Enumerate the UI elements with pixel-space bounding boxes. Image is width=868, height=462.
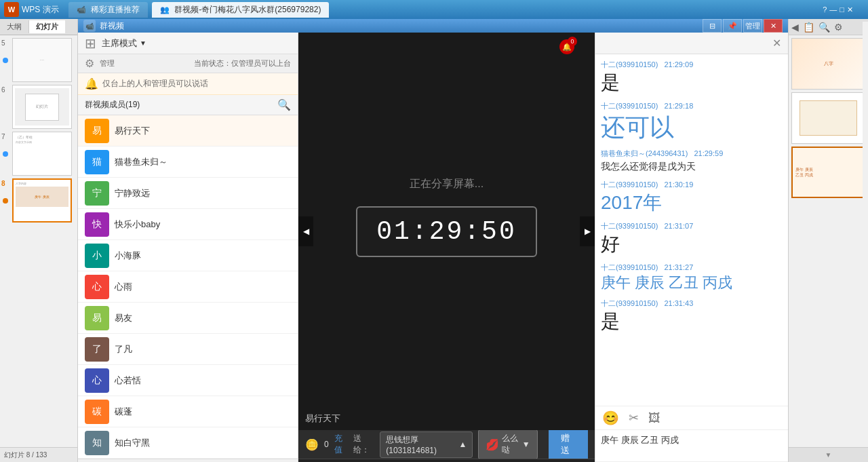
chat-msg-7-header: 十二(939910150) 21:31:43 <box>601 299 783 309</box>
chat-close-icon[interactable]: ✕ <box>772 37 781 50</box>
member-item-11[interactable]: 知 知白守黑 <box>78 427 298 459</box>
chat-panel: ✕ 十二(939910150) 21:29:09 是 <box>595 33 788 462</box>
chat-msg-7: 十二(939910150) 21:31:43 是 <box>601 299 783 333</box>
member-avatar-5: 小 <box>85 244 109 268</box>
right-slide-1-content: 八字 <box>792 39 865 89</box>
slide-thumb-6[interactable]: 幻灯片 <box>12 85 72 129</box>
chat-msg-1-header: 十二(939910150) 21:29:09 <box>601 60 783 70</box>
slide-list: 5 ··· 6 幻灯片 <box>0 35 77 447</box>
close-btn-top[interactable]: ✕ <box>847 5 853 14</box>
wps-app-name: WPS 演示 <box>22 4 59 16</box>
member-item-3[interactable]: 宁 宁静致远 <box>78 178 298 209</box>
slide-thumb-5[interactable]: ··· <box>12 38 72 82</box>
tab-stream-2[interactable]: 👥 群视频-奇门梅花八字风水群(256979282) <box>152 2 329 18</box>
mode-label: 主席模式 <box>102 37 137 50</box>
member-name-7: 易友 <box>115 312 132 324</box>
stream-bottom-bar: 👤 🎤 ⏮ 自由说话 播放伴奏 ▼ 📺 下台 ▼ <box>298 459 595 462</box>
video-container: 正在分享屏幕... 01:29:50 ◀ ▶ 🔔 0 易行天下 <box>298 33 595 430</box>
right-slide-3-content: 庚午 庚辰乙丑 丙戌 <box>793 148 864 197</box>
stream-app-icon: 📹 <box>83 20 96 32</box>
right-slide-3-text: 庚午 庚辰乙丑 丙戌 <box>795 167 861 178</box>
chat-input-text[interactable]: 庚午 庚辰 乙丑 丙戌 <box>601 434 783 446</box>
stream-win-menu[interactable]: ⊟ <box>703 19 722 33</box>
slide-thumb-7[interactable]: （乙）年柱 内容文字示例 <box>12 132 72 176</box>
status-text: 当前状态：仅管理员可以上台 <box>194 58 291 69</box>
member-item-9[interactable]: 心 心若恬 <box>78 365 298 396</box>
wps-status-bar: 幻灯片 8 / 133 <box>0 447 77 462</box>
grid-icon: ⊞ <box>85 35 96 52</box>
chat-scrollbar[interactable] <box>863 22 868 374</box>
mode-selector[interactable]: 主席模式 ▼ <box>102 37 146 50</box>
member-avatar-11: 知 <box>85 431 109 455</box>
chat-msg-4-user: 十二(939910150) <box>601 180 658 189</box>
recharge-btn[interactable]: 充值 <box>334 433 349 456</box>
stream-titlebar-text: 群视频 <box>100 20 703 32</box>
chat-msg-7-user: 十二(939910150) <box>601 299 658 307</box>
gift-btn[interactable]: 💋 么么哒 ▼ <box>478 429 537 459</box>
search-icon[interactable]: 🔍 <box>277 98 291 111</box>
chat-msg-7-body: 是 <box>601 310 783 333</box>
slide-dot-7 <box>3 151 8 157</box>
minus-btn[interactable]: — <box>829 5 837 14</box>
member-item-4[interactable]: 快 快乐小baby <box>78 209 298 240</box>
slide-item-5: 5 ··· <box>12 38 75 82</box>
member-avatar-3: 宁 <box>85 181 109 206</box>
title-bar: W WPS 演示 📹 稀彩直播推荐 👥 群视频-奇门梅花八字风水群(256979… <box>0 0 868 19</box>
stream-titlebar: 📹 群视频 ⊟ 📌 管理 ✕ <box>78 19 788 33</box>
gear-icon[interactable]: ⚙ <box>85 57 94 70</box>
stream-win-close[interactable]: ✕ <box>764 19 783 33</box>
presenter-name: 易行天下 <box>305 412 340 425</box>
members-header: 群视频成员(19) 🔍 <box>78 95 298 115</box>
member-item-6[interactable]: 心 心雨 <box>78 271 298 303</box>
recipient-selector[interactable]: 思钱想厚(1031814681) ▲ <box>380 431 473 458</box>
right-slide-2[interactable] <box>791 92 865 144</box>
chat-input-area[interactable]: 庚午 庚辰 乙丑 丙戌 <box>595 430 788 461</box>
maximize-btn[interactable]: □ <box>840 5 844 14</box>
chat-msg-3-body: 我怎么还觉得是戊为天 <box>601 160 783 174</box>
coin-amount: 0 <box>324 440 329 449</box>
rt-search-icon[interactable]: 🔍 <box>818 22 830 33</box>
scissors-btn[interactable]: ✂ <box>629 410 639 425</box>
right-slide-1[interactable]: 八字 <box>791 38 865 90</box>
nav-arrow-right[interactable]: ▶ <box>580 216 595 246</box>
member-item-2[interactable]: 猫 猫巷鱼未归～ <box>78 147 298 178</box>
right-panel: ◀ 📋 🔍 ⚙ 八字 庚午 <box>788 19 868 462</box>
member-item-5[interactable]: 小 小海豚 <box>78 240 298 271</box>
chat-header: ✕ <box>595 33 788 54</box>
slide-item-7: 7 （乙）年柱 内容文字示例 <box>12 132 75 176</box>
stream-sidebar: ⊞ 主席模式 ▼ ⚙ 管理 当前状态：仅管理员可以上台 <box>78 33 298 462</box>
tab-stream-1[interactable]: 📹 稀彩直播推荐 <box>68 2 148 18</box>
emoji-btn[interactable]: 😊 <box>602 410 619 426</box>
wps-logo: W <box>4 2 19 17</box>
slide-count: 幻灯片 8 / 133 <box>4 450 47 460</box>
image-btn[interactable]: 🖼 <box>648 411 660 425</box>
stream-win-manage[interactable]: 管理 <box>743 19 762 33</box>
member-name-3: 宁静致远 <box>115 187 150 199</box>
wps-tabs: 大纲 幻灯片 <box>0 19 77 35</box>
member-item-8[interactable]: 了 了凡 <box>78 334 298 365</box>
member-item-10[interactable]: 碳 碳蓬 <box>78 396 298 427</box>
rt-arrow-icon[interactable]: ◀ <box>791 22 799 33</box>
chat-msg-2-body: 还可以 <box>601 113 783 142</box>
right-panel-scroll: ▼ <box>825 451 832 459</box>
nav-arrow-left[interactable]: ◀ <box>298 216 313 246</box>
stream-win-pin[interactable]: 📌 <box>723 19 742 33</box>
slide-thumb-8-active[interactable]: 八字内容 庚午 庚辰 <box>12 178 72 223</box>
slide-dot-8 <box>3 198 8 204</box>
send-label: 送给： <box>353 433 374 456</box>
notification-badge: 🔔 0 <box>559 39 574 54</box>
wps-slides-tab[interactable]: 幻灯片 <box>29 20 65 33</box>
rt-copy-icon[interactable]: 📋 <box>803 22 814 33</box>
right-slide-3-active[interactable]: 庚午 庚辰乙丑 丙戌 <box>791 147 865 198</box>
wps-outline-tab[interactable]: 大纲 <box>0 20 29 33</box>
member-item-7[interactable]: 易 易友 <box>78 303 298 334</box>
rt-settings-icon[interactable]: ⚙ <box>834 22 843 33</box>
donate-btn[interactable]: 赠送 <box>549 428 588 461</box>
help-btn[interactable]: ? <box>823 5 827 14</box>
member-item-1[interactable]: 易 易行天下 <box>78 115 298 147</box>
wps-app-icon: W WPS 演示 <box>4 2 59 17</box>
chat-msg-2: 十二(939910150) 21:29:18 还可以 <box>601 101 783 142</box>
timer-display: 01:29:50 <box>356 206 536 257</box>
recipient-name: 思钱想厚(1031814681) <box>386 434 456 455</box>
chat-msg-3-header: 猫巷鱼未归～(244396431) 21:29:59 <box>601 149 783 159</box>
